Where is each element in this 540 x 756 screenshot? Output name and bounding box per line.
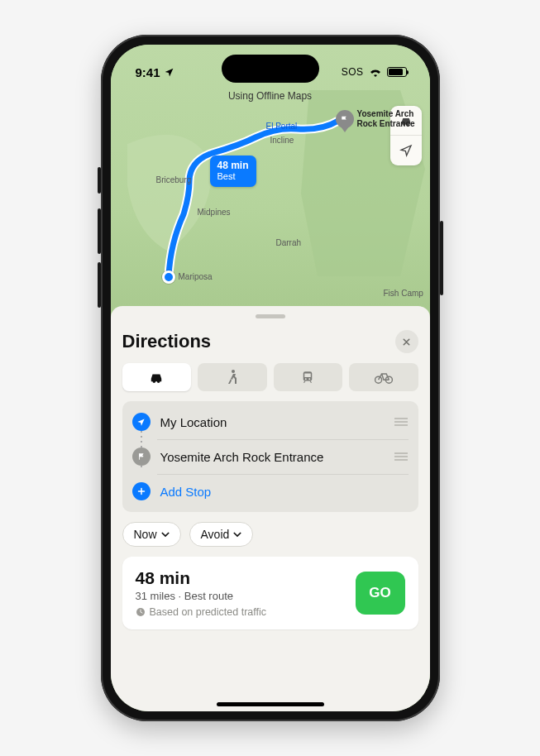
current-location-dot[interactable]	[162, 270, 175, 284]
car-icon	[147, 371, 165, 384]
reorder-handle-icon[interactable]	[394, 418, 409, 426]
status-time: 9:41	[136, 65, 160, 79]
destination-pin[interactable]	[336, 110, 354, 128]
route-time-bubble[interactable]: 48 min Best	[210, 156, 256, 187]
sheet-grabber[interactable]	[256, 314, 285, 318]
mode-walk[interactable]	[198, 363, 267, 391]
dynamic-island	[222, 55, 319, 83]
depart-time-label: Now	[134, 528, 157, 541]
go-button-label: GO	[369, 585, 390, 601]
route-bubble-note: Best	[217, 171, 249, 182]
offline-banner: Using Offline Maps	[228, 90, 312, 102]
map-label-mariposa: Mariposa	[179, 272, 213, 281]
waypoint-destination[interactable]: Yosemite Arch Rock Entrance	[122, 439, 418, 474]
map-label-fishcamp: Fish Camp	[384, 289, 423, 298]
close-button[interactable]	[395, 330, 418, 353]
transport-mode-segmented	[122, 363, 418, 391]
route-bubble-time: 48 min	[217, 160, 249, 171]
svg-point-4	[309, 378, 311, 380]
go-button[interactable]: GO	[356, 572, 405, 615]
bike-icon	[374, 371, 394, 384]
flag-icon	[340, 115, 349, 124]
mode-cycle[interactable]	[349, 363, 418, 391]
reorder-handle-icon[interactable]	[394, 452, 409, 461]
svg-rect-2	[305, 374, 312, 378]
waypoint-origin-label: My Location	[160, 415, 384, 429]
waypoint-origin[interactable]: My Location	[122, 404, 418, 439]
route-card[interactable]: 48 min 31 miles · Best route Based on pr…	[122, 557, 418, 629]
location-icon	[164, 67, 174, 78]
flag-circle-icon	[132, 447, 151, 466]
transit-icon	[300, 370, 315, 385]
battery-icon	[387, 67, 407, 77]
map-label-destination: Yosemite ArchRock Entrance	[357, 109, 415, 128]
directions-sheet[interactable]: Directions	[111, 306, 430, 711]
svg-point-0	[232, 370, 235, 373]
map-label-elportal: El Portal	[266, 122, 298, 131]
svg-point-5	[375, 376, 381, 383]
sheet-title: Directions	[122, 331, 212, 352]
close-icon	[402, 337, 411, 347]
plus-circle-icon	[132, 482, 151, 500]
wifi-icon	[369, 67, 382, 77]
waypoint-add-label: Add Stop	[160, 485, 409, 499]
map-label-incline: Incline	[270, 136, 294, 145]
route-time-label: 48 min	[136, 568, 267, 588]
chevron-down-icon	[233, 532, 241, 538]
avoid-label: Avoid	[201, 528, 230, 541]
map-label-midpines: Midpines	[198, 208, 231, 217]
svg-point-3	[305, 378, 307, 380]
waypoint-destination-label: Yosemite Arch Rock Entrance	[160, 450, 384, 464]
map-label-darrah: Darrah	[276, 238, 302, 247]
location-dot-icon	[132, 413, 151, 431]
route-distance-label: 31 miles · Best route	[136, 590, 267, 602]
waypoint-add-stop[interactable]: Add Stop	[122, 474, 418, 509]
mode-drive[interactable]	[122, 363, 192, 391]
location-arrow-icon	[399, 144, 413, 157]
map-tracking-button[interactable]	[390, 136, 422, 165]
avoid-button[interactable]: Avoid	[189, 522, 254, 547]
walk-icon	[227, 369, 238, 385]
chevron-down-icon	[161, 532, 170, 538]
home-indicator[interactable]	[217, 702, 324, 706]
waypoints-list: My Location Yosemite Arch Rock Entrance	[122, 401, 418, 512]
depart-time-button[interactable]: Now	[122, 522, 181, 547]
status-sos: SOS	[342, 66, 364, 78]
clock-icon	[136, 607, 146, 617]
mode-transit[interactable]	[274, 363, 343, 391]
route-traffic-note: Based on predicted traffic	[136, 606, 267, 618]
map-label-briceburg: Briceburg	[156, 175, 192, 184]
